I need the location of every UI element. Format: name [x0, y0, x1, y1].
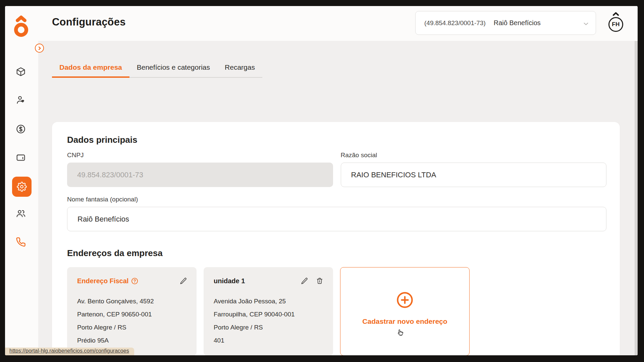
person-heart-icon — [16, 95, 26, 105]
address-cards-row: Endereço Fiscal — [67, 267, 470, 355]
app-window: Configurações (49.854.823/0001-73) Raiô … — [5, 6, 638, 355]
address-lines: Av. Bento Gonçalves, 4592 Partenon, CEP … — [77, 295, 187, 347]
form-row-1: CNPJ Razão social — [67, 152, 606, 187]
hand-cursor-icon — [396, 329, 404, 339]
tab-dados-da-empresa[interactable]: Dados da empresa — [52, 57, 129, 78]
sidebar-item-support[interactable] — [15, 237, 26, 247]
company-selector[interactable]: (49.854.823/0001-73) Raiô Benefícios — [415, 11, 596, 35]
address-line: 401 — [214, 334, 324, 347]
header: Configurações (49.854.823/0001-73) Raiô … — [38, 6, 638, 41]
gear-icon — [17, 182, 27, 192]
company-data-card: Dados principais CNPJ Razão social Nome … — [52, 122, 620, 355]
pencil-icon — [179, 277, 187, 285]
plus-circle-icon — [396, 291, 414, 310]
status-bar-url: https://portal-hlg.raiobeneficios.com/co… — [5, 348, 134, 355]
form-row-2: Nome fantasia (opcional) — [67, 196, 606, 231]
chevron-right-icon — [37, 46, 42, 51]
pencil-icon — [301, 277, 308, 285]
company-cnpj: (49.854.823/0001-73) — [424, 19, 486, 27]
tab-beneficios-e-categorias[interactable]: Benefícios e categorias — [129, 57, 217, 78]
scrollbar[interactable] — [635, 41, 638, 355]
page-title: Configurações — [52, 16, 126, 28]
address-line: Porto Alegre / RS — [77, 321, 187, 334]
sidebar — [5, 6, 38, 355]
avatar[interactable]: FH — [608, 11, 623, 34]
users-icon — [16, 208, 26, 219]
razao-social-field[interactable] — [341, 163, 607, 187]
address-line: Av. Bento Gonçalves, 4592 — [77, 295, 187, 308]
phone-icon — [16, 237, 26, 247]
delete-address-button[interactable] — [316, 277, 324, 285]
edit-address-button[interactable] — [300, 277, 308, 285]
section-heading-enderecos: Endereços da empresa — [67, 248, 163, 258]
address-lines: Avenida João Pessoa, 25 Farroupilha, CEP… — [214, 295, 324, 347]
address-card-title: Endereço Fiscal — [77, 277, 128, 285]
address-line: Avenida João Pessoa, 25 — [214, 295, 324, 308]
dollar-circle-icon — [16, 124, 26, 134]
screen: Configurações (49.854.823/0001-73) Raiô … — [0, 0, 644, 362]
wallet-icon — [16, 152, 26, 162]
address-line: Prédio 95A — [77, 334, 187, 347]
sidebar-item-finance[interactable] — [15, 124, 26, 134]
help-icon[interactable] — [131, 278, 138, 285]
tabs: Dados da empresa Benefícios e categorias… — [52, 57, 262, 78]
sidebar-item-wallet[interactable] — [15, 152, 26, 163]
cnpj-label: CNPJ — [67, 152, 333, 159]
trash-icon — [316, 277, 323, 285]
sidebar-item-users[interactable] — [15, 208, 26, 219]
address-card-unidade-1: unidade 1 — [204, 267, 333, 355]
raio-logo-icon — [13, 15, 29, 39]
status-url-text: https://portal-hlg.raiobeneficios.com/co… — [9, 348, 129, 354]
address-card-fiscal: Endereço Fiscal — [67, 267, 197, 355]
razao-social-label: Razão social — [341, 152, 607, 159]
nome-fantasia-label: Nome fantasia (opcional) — [67, 196, 606, 203]
tab-recargas[interactable]: Recargas — [217, 57, 262, 78]
address-line: Partenon, CEP 90650-001 — [77, 308, 187, 321]
company-name: Raiô Benefícios — [494, 19, 541, 27]
address-card-title: unidade 1 — [214, 277, 245, 285]
sidebar-expand-button[interactable] — [35, 44, 44, 53]
content-area: Dados da empresa Benefícios e categorias… — [38, 41, 638, 355]
address-line: Farroupilha, CEP 90040-001 — [214, 308, 324, 321]
avatar-caret-icon — [611, 11, 621, 17]
box-icon — [16, 67, 26, 77]
chevron-down-icon — [582, 20, 590, 29]
cnpj-field — [67, 163, 333, 187]
sidebar-item-collaborators[interactable] — [15, 95, 26, 105]
avatar-initials: FH — [608, 17, 623, 32]
address-line: Porto Alegre / RS — [214, 321, 324, 334]
sidebar-item-settings[interactable] — [12, 177, 32, 197]
section-heading-dados-principais: Dados principais — [67, 135, 138, 145]
add-address-label: Cadastrar novo endereço — [362, 317, 447, 325]
add-address-button[interactable]: Cadastrar novo endereço — [340, 267, 470, 355]
edit-address-button[interactable] — [179, 277, 187, 285]
sidebar-item-products[interactable] — [15, 66, 26, 77]
nome-fantasia-field[interactable] — [67, 207, 606, 231]
